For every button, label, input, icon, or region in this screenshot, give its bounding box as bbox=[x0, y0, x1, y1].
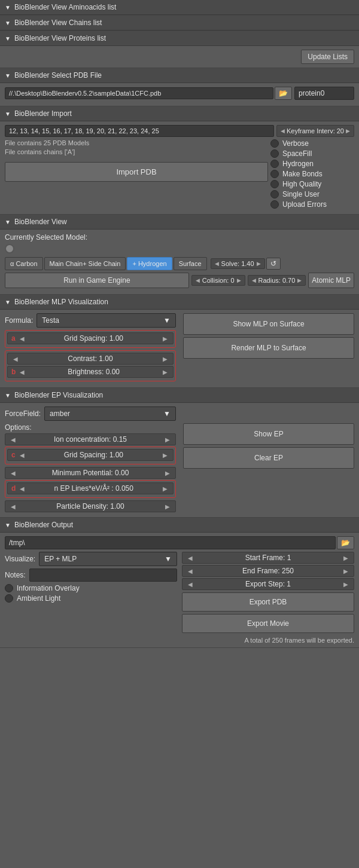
brightness-arrow-left[interactable]: ◀ bbox=[18, 369, 26, 375]
high-quality-checkbox[interactable] bbox=[270, 180, 279, 188]
end-frame-label: End Frame: 250 bbox=[194, 567, 342, 575]
proteins-header[interactable]: ▼ BioBlender View Proteins list bbox=[0, 31, 359, 46]
collision-box: ◀ Collision: 0 ▶ bbox=[191, 275, 245, 286]
frames-input[interactable] bbox=[5, 125, 274, 137]
output-path-input[interactable] bbox=[5, 536, 336, 549]
start-frame-arrow-right[interactable]: ▶ bbox=[342, 555, 350, 561]
single-user-checkbox[interactable] bbox=[270, 190, 279, 198]
ep-lines-arrow-left[interactable]: ◀ bbox=[18, 485, 26, 492]
solve-arrow-right[interactable]: ▶ bbox=[257, 261, 261, 267]
info-overlay-checkbox[interactable] bbox=[5, 584, 13, 592]
high-quality-label: High Quality bbox=[282, 180, 321, 188]
output-right: ◀ Start Frame: 1 ▶ ◀ End Frame: 250 ▶ ◀ … bbox=[182, 552, 354, 633]
import-pdb-button[interactable]: Import PDB bbox=[5, 162, 268, 182]
collision-arrow-right[interactable]: ▶ bbox=[237, 277, 241, 283]
upload-errors-checkbox[interactable] bbox=[270, 200, 279, 209]
output-header[interactable]: ▼ BioBlender Output bbox=[0, 518, 359, 533]
ep-red-outline-c: c ◀ Grid Spacing: 1.00 ▶ bbox=[5, 447, 176, 464]
render-mlp-button[interactable]: Render MLP to Surface bbox=[183, 337, 354, 359]
export-movie-button[interactable]: Export Movie bbox=[182, 614, 354, 633]
min-potential-label: Minimum Potential: 0.00 bbox=[17, 469, 163, 477]
export-step-arrow-left[interactable]: ◀ bbox=[186, 581, 194, 588]
grid-spacing-label: Grid Spacing: 1.00 bbox=[26, 334, 161, 343]
mlp-two-sides: Formula: Testa ▼ a ◀ Grid Spacing: 1.00 … bbox=[5, 313, 354, 384]
view-refresh-button[interactable]: ↺ bbox=[266, 258, 281, 270]
start-frame-arrow-left[interactable]: ◀ bbox=[186, 555, 194, 561]
ep-content: ForceField: amber ▼ Options: ◀ Ion conce… bbox=[0, 403, 359, 517]
update-lists-button[interactable]: Update Lists bbox=[301, 50, 354, 64]
show-ep-button[interactable]: Show EP bbox=[183, 423, 354, 445]
ambient-light-checkbox[interactable] bbox=[5, 594, 13, 603]
grid-arrow-right[interactable]: ▶ bbox=[161, 335, 169, 342]
import-two-sides: File contains 25 PDB Models File contain… bbox=[5, 139, 354, 210]
ion-label: Ion concentration: 0.15 bbox=[17, 435, 163, 444]
chains-header[interactable]: ▼ BioBlender View Chains list bbox=[0, 16, 359, 30]
output-folder-button[interactable]: 📂 bbox=[337, 536, 354, 549]
notes-input[interactable] bbox=[29, 569, 177, 582]
make-bonds-label: Make Bonds bbox=[282, 170, 323, 178]
protein-name-input[interactable] bbox=[294, 87, 354, 100]
radius-arrow-left[interactable]: ◀ bbox=[252, 277, 256, 283]
view-header[interactable]: ▼ BioBlender View bbox=[0, 215, 359, 230]
particle-arrow-right[interactable]: ▶ bbox=[163, 503, 172, 510]
export-pdb-button[interactable]: Export PDB bbox=[182, 592, 354, 612]
single-user-label: Single User bbox=[282, 190, 320, 198]
export-step-arrow-right[interactable]: ▶ bbox=[342, 581, 350, 588]
ep-lines-label: n EP Lines*eV/Å² : 0.050 bbox=[26, 484, 161, 493]
import-content: ◀ Keyframe Interv: 20 ▶ File contains 25… bbox=[0, 121, 359, 214]
spacefill-checkbox[interactable] bbox=[270, 149, 279, 158]
formula-row: Formula: Testa ▼ bbox=[5, 313, 176, 328]
min-pot-arrow-left[interactable]: ◀ bbox=[9, 470, 17, 476]
visualize-select[interactable]: EP + MLP ▼ bbox=[39, 552, 177, 566]
end-frame-arrow-right[interactable]: ▶ bbox=[342, 568, 350, 574]
end-frame-arrow-left[interactable]: ◀ bbox=[186, 568, 194, 574]
ep-grid-arrow-left[interactable]: ◀ bbox=[18, 452, 26, 459]
formula-select[interactable]: Testa ▼ bbox=[36, 313, 176, 328]
output-path-row: 📂 bbox=[5, 536, 354, 549]
collision-arrow-left[interactable]: ◀ bbox=[196, 277, 200, 283]
min-pot-arrow-right[interactable]: ▶ bbox=[163, 470, 172, 476]
ion-slider: ◀ Ion concentration: 0.15 ▶ bbox=[5, 433, 176, 445]
pdb-path-input[interactable] bbox=[5, 87, 273, 99]
radius-arrow-right[interactable]: ▶ bbox=[297, 277, 302, 283]
upload-errors-checkbox-row: Upload Errors bbox=[270, 200, 354, 209]
forcefield-select[interactable]: amber ▼ bbox=[44, 407, 176, 421]
import-title: BioBlender Import bbox=[14, 109, 72, 118]
tab-main-chain[interactable]: Main Chain+ Side Chain bbox=[44, 257, 126, 270]
tab-alpha-carbon[interactable]: α Carbon bbox=[5, 257, 43, 270]
view-triangle: ▼ bbox=[5, 219, 11, 225]
keyframe-button[interactable]: ◀ Keyframe Interv: 20 ▶ bbox=[276, 125, 354, 137]
output-panel: ▼ BioBlender Output 📂 Visualize: EP + ML… bbox=[0, 518, 359, 648]
tab-surface[interactable]: Surface bbox=[174, 257, 207, 270]
ion-arrow-right[interactable]: ▶ bbox=[163, 436, 172, 443]
c-label: c bbox=[11, 451, 16, 459]
ep-grid-arrow-right[interactable]: ▶ bbox=[161, 452, 169, 459]
proteins-title: BioBlender View Proteins list bbox=[14, 34, 106, 42]
export-step-slider: ◀ Export Step: 1 ▶ bbox=[182, 578, 354, 590]
mlp-header[interactable]: ▼ BioBlender MLP Visualization bbox=[0, 295, 359, 310]
game-engine-button[interactable]: Run in Game Engine bbox=[5, 273, 189, 288]
pdb-folder-button[interactable]: 📂 bbox=[275, 87, 292, 100]
hydrogen-checkbox[interactable] bbox=[270, 160, 279, 168]
aminoacids-header[interactable]: ▼ BioBlender View Aminoacids list bbox=[0, 0, 359, 15]
clear-ep-button[interactable]: Clear EP bbox=[183, 447, 354, 469]
show-mlp-button[interactable]: Show MLP on Surface bbox=[183, 313, 354, 335]
import-checkboxes: Verbose SpaceFill Hydrogen Make Bonds Hi… bbox=[270, 139, 354, 210]
contrast-arrow-left[interactable]: ◀ bbox=[11, 356, 20, 362]
ep-right-col: Show EP Clear EP bbox=[178, 407, 354, 514]
brightness-arrow-right[interactable]: ▶ bbox=[161, 369, 169, 375]
grid-arrow-left[interactable]: ◀ bbox=[18, 335, 26, 342]
atomic-mlp-button[interactable]: Atomic MLP bbox=[308, 273, 354, 288]
ion-arrow-left[interactable]: ◀ bbox=[9, 436, 17, 443]
select-pdb-header[interactable]: ▼ BioBlender Select PDB File bbox=[0, 68, 359, 83]
ep-header[interactable]: ▼ BioBlender EP Visualization bbox=[0, 388, 359, 403]
solve-arrow-left[interactable]: ◀ bbox=[215, 261, 219, 267]
verbose-checkbox[interactable] bbox=[270, 139, 279, 148]
particle-arrow-left[interactable]: ◀ bbox=[9, 503, 17, 510]
tab-hydrogen[interactable]: + Hydrogen bbox=[127, 257, 172, 270]
ep-lines-arrow-right[interactable]: ▶ bbox=[161, 485, 169, 492]
import-header[interactable]: ▼ BioBlender Import bbox=[0, 106, 359, 121]
make-bonds-checkbox[interactable] bbox=[270, 170, 279, 178]
contrast-arrow-right[interactable]: ▶ bbox=[161, 356, 169, 362]
import-left: File contains 25 PDB Models File contain… bbox=[5, 139, 268, 210]
